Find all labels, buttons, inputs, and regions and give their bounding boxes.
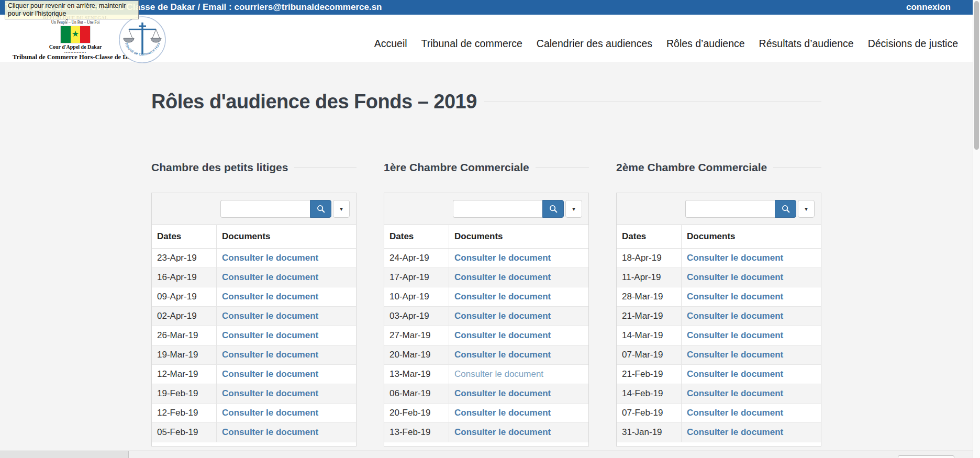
table-row: 19-Feb-19 Consulter le document: [152, 384, 356, 404]
document-link[interactable]: Consulter le document: [454, 427, 551, 437]
column-heading: 1ère Chambre Commerciale: [384, 161, 529, 174]
date-cell: 05-Feb-19: [152, 423, 217, 442]
date-cell: 28-Mar-19: [617, 287, 682, 306]
heading-rule: [536, 167, 589, 168]
document-link[interactable]: Consulter le document: [222, 388, 318, 398]
nav-item[interactable]: Calendrier des audiences: [537, 38, 652, 50]
table-row: 10-Apr-19 Consulter le document: [384, 287, 588, 307]
topbar: Tribunal de Commerce Hors Classe de Daka…: [0, 0, 973, 15]
table-row: 20-Mar-19 Consulter le document: [384, 345, 588, 365]
table-row: 26-Mar-19 Consulter le document: [152, 326, 356, 345]
documents-column-header: Documents: [449, 225, 588, 248]
search-button[interactable]: [310, 200, 331, 218]
search-dropdown-button[interactable]: ▾: [565, 200, 582, 218]
document-link[interactable]: Consulter le document: [222, 408, 318, 418]
cutoff-bottom-button[interactable]: [898, 455, 954, 458]
document-link[interactable]: Consulter le document: [222, 272, 318, 282]
search-input[interactable]: [220, 200, 310, 218]
clipped-row: [384, 442, 588, 446]
table-row: 12-Mar-19 Consulter le document: [152, 365, 356, 384]
nav-item[interactable]: Accueil: [374, 38, 407, 50]
document-link[interactable]: Consulter le document: [687, 330, 783, 340]
document-link[interactable]: Consulter le document: [454, 292, 551, 301]
table-row: 20-Feb-19 Consulter le document: [384, 404, 588, 423]
search-button[interactable]: [775, 200, 796, 218]
document-link[interactable]: Consulter le document: [222, 253, 318, 263]
table-row: 31-Jan-19 Consulter le document: [617, 423, 821, 442]
date-cell: 26-Mar-19: [152, 326, 217, 345]
search-dropdown-button[interactable]: ▾: [798, 200, 815, 218]
document-link[interactable]: Consulter le document: [687, 408, 783, 418]
date-cell: 17-Apr-19: [384, 268, 449, 287]
date-cell: 27-Mar-19: [384, 326, 449, 345]
table-row: 13-Mar-19 Consulter le document: [384, 365, 588, 384]
table-row: 13-Feb-19 Consulter le document: [384, 423, 588, 442]
dates-column-header: Dates: [152, 225, 217, 248]
document-link[interactable]: Consulter le document: [222, 369, 318, 379]
document-link[interactable]: Consulter le document: [454, 369, 543, 379]
table-row: 07-Mar-19 Consulter le document: [617, 345, 821, 365]
table-panel: ▾ Dates Documents 24-Apr-19: [384, 193, 589, 446]
chevron-down-icon: ▾: [572, 206, 575, 212]
search-dropdown-button[interactable]: ▾: [333, 200, 350, 218]
table-row: 18-Apr-19 Consulter le document: [617, 249, 821, 268]
column-1ere-chambre: 1ère Chambre Commerciale ▾: [384, 161, 589, 446]
document-link[interactable]: Consulter le document: [687, 427, 783, 437]
document-link[interactable]: Consulter le document: [454, 253, 551, 263]
vertical-scrollbar-thumb[interactable]: [974, 1, 979, 150]
table-header-row: Dates Documents: [152, 225, 356, 249]
search-button[interactable]: [542, 200, 564, 218]
nav-item[interactable]: Décisions de justice: [868, 38, 958, 50]
scales-of-justice-icon: Tribunal de Commerce Hors Classe de Daka…: [118, 16, 166, 64]
dates-column-header: Dates: [384, 225, 449, 248]
date-cell: 20-Mar-19: [384, 345, 449, 364]
horizontal-scrollbar-thumb[interactable]: [0, 451, 129, 458]
search-input[interactable]: [685, 200, 775, 218]
site-header: REPUBLIQUE DU SENEGAL Un Peuple – Un But…: [0, 15, 973, 62]
connexion-link[interactable]: connexion: [906, 2, 951, 13]
document-link[interactable]: Consulter le document: [687, 253, 783, 263]
date-cell: 07-Feb-19: [617, 404, 682, 422]
document-link[interactable]: Consulter le document: [222, 311, 318, 321]
document-link[interactable]: Consulter le document: [454, 272, 551, 282]
search-input[interactable]: [453, 200, 542, 218]
document-link[interactable]: Consulter le document: [222, 330, 318, 340]
date-cell: 21-Feb-19: [617, 365, 682, 384]
document-link[interactable]: Consulter le document: [222, 350, 318, 360]
date-cell: 12-Mar-19: [152, 365, 217, 384]
table-row: 06-Mar-19 Consulter le document: [384, 384, 588, 404]
main-content: Rôles d'audience des Fonds – 2019 Chambr…: [0, 62, 973, 458]
date-cell: 31-Jan-19: [617, 423, 682, 442]
nav-item[interactable]: Tribunal de commerce: [421, 38, 522, 50]
nav-item[interactable]: Résultats d’audience: [759, 38, 854, 50]
document-link[interactable]: Consulter le document: [454, 330, 551, 340]
document-link[interactable]: Consulter le document: [222, 427, 318, 437]
document-link[interactable]: Consulter le document: [454, 408, 551, 418]
document-link[interactable]: Consulter le document: [222, 292, 318, 301]
date-cell: 09-Apr-19: [152, 287, 217, 306]
document-link[interactable]: Consulter le document: [687, 311, 783, 321]
date-cell: 24-Apr-19: [384, 249, 449, 267]
table-row: 16-Apr-19 Consulter le document: [152, 268, 356, 287]
chevron-down-icon: ▾: [805, 206, 808, 212]
date-cell: 07-Mar-19: [617, 345, 682, 364]
chevron-down-icon: ▾: [340, 206, 343, 212]
table-header-row: Dates Documents: [617, 225, 821, 249]
date-cell: 16-Apr-19: [152, 268, 217, 287]
table-row: 14-Mar-19 Consulter le document: [617, 326, 821, 345]
document-link[interactable]: Consulter le document: [454, 311, 551, 321]
search-icon: [549, 204, 558, 214]
document-link[interactable]: Consulter le document: [687, 388, 783, 398]
document-link[interactable]: Consulter le document: [687, 369, 783, 379]
document-link[interactable]: Consulter le document: [687, 272, 783, 282]
table-row: 11-Apr-19 Consulter le document: [617, 268, 821, 287]
document-link[interactable]: Consulter le document: [687, 292, 783, 301]
document-link[interactable]: Consulter le document: [454, 388, 551, 398]
nav-item[interactable]: Rôles d’audience: [666, 38, 745, 50]
document-link[interactable]: Consulter le document: [687, 350, 783, 360]
document-link[interactable]: Consulter le document: [454, 350, 551, 360]
column-chambre-petits-litiges: Chambre des petits litiges ▾: [151, 161, 357, 446]
main-navigation: Accueil Tribunal de commerce Calendrier …: [374, 38, 958, 50]
table-row: 21-Feb-19 Consulter le document: [617, 365, 821, 384]
table-row: 05-Feb-19 Consulter le document: [152, 423, 356, 442]
